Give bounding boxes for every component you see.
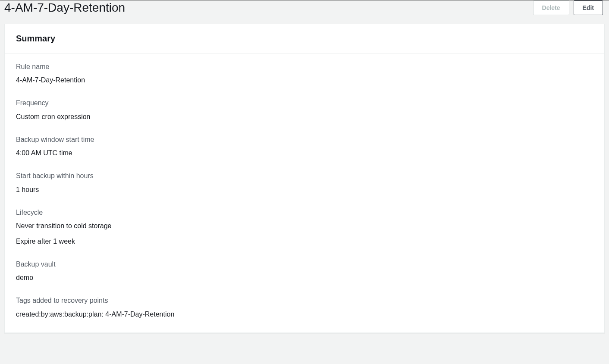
- field-label: Start backup within hours: [16, 171, 593, 181]
- header-actions: Delete Edit: [533, 0, 603, 15]
- field-value: demo: [16, 273, 593, 283]
- field-label: Lifecycle: [16, 208, 593, 217]
- field-label: Tags added to recovery points: [16, 296, 593, 305]
- field-label: Backup vault: [16, 260, 593, 269]
- field-value: Expire after 1 week: [16, 236, 593, 247]
- panel-title: Summary: [16, 34, 593, 44]
- field-value: 4-AM-7-Day-Retention: [16, 75, 593, 85]
- field-value: Custom cron expression: [16, 112, 593, 122]
- field-label: Frequency: [16, 98, 593, 108]
- field-backup-vault: Backup vault demo: [16, 260, 593, 283]
- field-value: 1 hours: [16, 185, 593, 195]
- field-start-within: Start backup within hours 1 hours: [16, 171, 593, 195]
- field-lifecycle: Lifecycle Never transition to cold stora…: [16, 208, 593, 247]
- field-value: created:by:aws:backup:plan: 4-AM-7-Day-R…: [16, 309, 593, 320]
- field-value: 4:00 AM UTC time: [16, 148, 593, 158]
- edit-button[interactable]: Edit: [574, 0, 603, 15]
- field-label: Backup window start time: [16, 135, 593, 144]
- panel-header: Summary: [5, 24, 604, 53]
- page-title: 4-AM-7-Day-Retention: [4, 0, 125, 15]
- panel-body: Rule name 4-AM-7-Day-Retention Frequency…: [5, 53, 604, 333]
- field-value: Never transition to cold storage: [16, 221, 593, 231]
- field-frequency: Frequency Custom cron expression: [16, 98, 593, 122]
- page-header: 4-AM-7-Day-Retention Delete Edit: [0, 0, 609, 24]
- field-label: Rule name: [16, 62, 593, 72]
- field-backup-window: Backup window start time 4:00 AM UTC tim…: [16, 135, 593, 158]
- field-tags: Tags added to recovery points created:by…: [16, 296, 593, 319]
- delete-button[interactable]: Delete: [533, 0, 569, 15]
- field-rule-name: Rule name 4-AM-7-Day-Retention: [16, 62, 593, 85]
- content-area: Summary Rule name 4-AM-7-Day-Retention F…: [0, 24, 609, 333]
- summary-panel: Summary Rule name 4-AM-7-Day-Retention F…: [4, 24, 605, 333]
